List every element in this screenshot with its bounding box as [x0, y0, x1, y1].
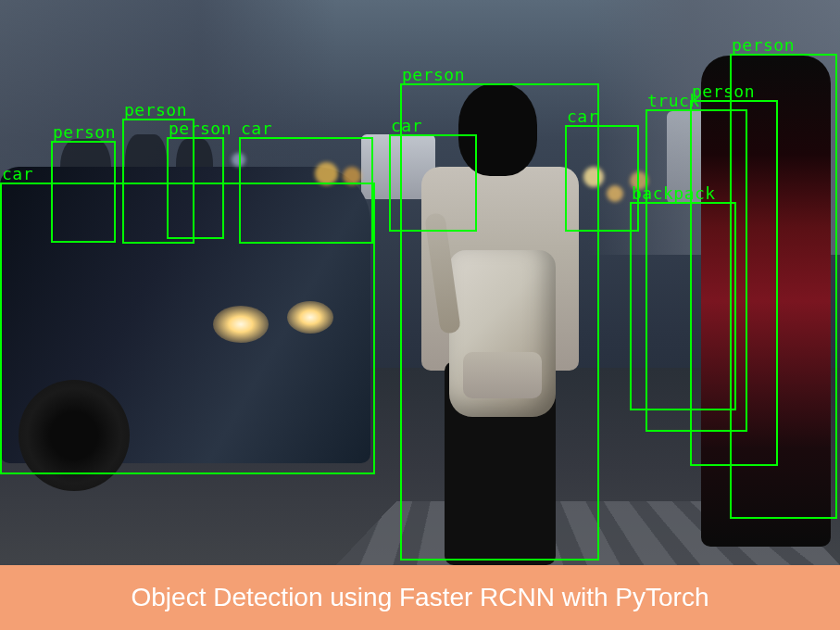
detection-box: car	[239, 137, 373, 244]
detection-label: car	[241, 119, 272, 138]
detection-box: car	[565, 125, 639, 232]
caption-bar: Object Detection using Faster RCNN with …	[0, 565, 840, 630]
detection-label: person	[732, 35, 795, 55]
detection-label: car	[391, 116, 422, 135]
caption-text: Object Detection using Faster RCNN with …	[132, 583, 709, 612]
detection-label: backpack	[632, 183, 716, 203]
detection-box: car	[389, 134, 477, 232]
detection-label: person	[402, 65, 465, 84]
detection-box: person	[167, 137, 224, 239]
detection-label: car	[2, 164, 33, 183]
detection-scene: carpersonpersonpersoncarpersoncarcartruc…	[0, 0, 840, 565]
detection-label: person	[169, 119, 232, 138]
detection-box: backpack	[630, 202, 736, 410]
detection-label: person	[53, 122, 116, 142]
detection-label: person	[124, 100, 187, 120]
detection-box: person	[730, 54, 837, 519]
detection-box: person	[51, 141, 116, 243]
detection-label: car	[567, 107, 598, 126]
